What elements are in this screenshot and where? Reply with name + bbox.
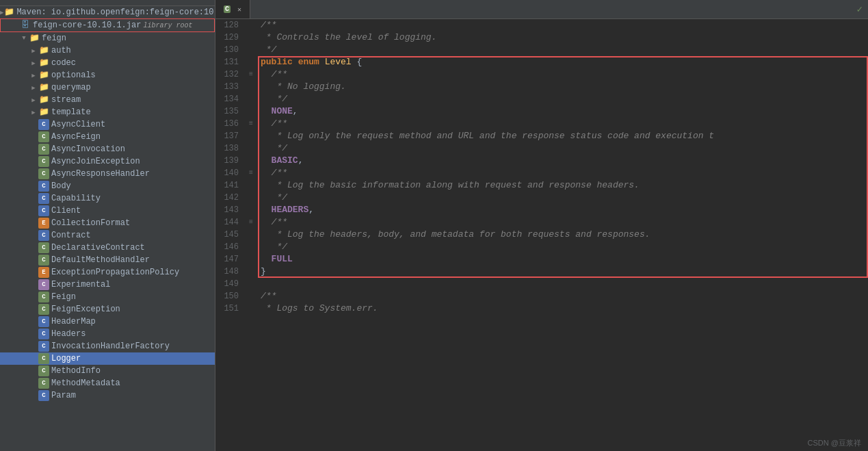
tree-item-icon: C [38,365,49,376]
sidebar-item-AsyncResponseHandler[interactable]: CAsyncResponseHandler [0,168,215,180]
line-content: /** [258,167,868,179]
sidebar-item-InvocationHandlerFactory[interactable]: CInvocationHandlerFactory [0,340,215,352]
sidebar-item-Client[interactable]: CClient [0,205,215,217]
tree-item-label: InvocationHandlerFactory [51,342,170,351]
sidebar-item-AsyncInvocation[interactable]: CAsyncInvocation [0,143,215,155]
tab-close-button[interactable]: ✕ [237,5,241,14]
line-gutter-icon [244,56,258,68]
sidebar-item-Logger[interactable]: CLogger [0,352,215,365]
line-gutter-icon: ≡ [244,118,258,130]
sidebar-item-ExceptionPropagationPolicy[interactable]: EExceptionPropagationPolicy [0,266,215,279]
sidebar-item-template[interactable]: ▶📁template [0,106,215,118]
sidebar-item-Param[interactable]: CParam [0,389,215,402]
sidebar-item-FeignException[interactable]: CFeignException [0,303,215,315]
tree-item-label: Contract [51,231,91,240]
tree-item-label: Maven: io.github.openfeign:feign-core:10… [16,8,215,17]
line-content: * Log the basic information along with r… [258,179,868,192]
line-number: 137 [215,130,244,142]
code-line: 141 * Log the basic information along wi… [215,179,868,192]
tree-item-icon: C [38,168,49,179]
line-number: 150 [215,290,244,302]
tree-item-label: Logger [51,354,81,363]
sidebar-item-AsyncFeign[interactable]: CAsyncFeign [0,131,215,143]
line-gutter-icon [244,290,258,302]
code-line: 134 */ [215,93,868,105]
sidebar-item-feign-jar[interactable]: 🗄feign-core-10.10.1.jarlibrary root [0,18,215,32]
sidebar-item-querymap[interactable]: ▶📁querymap [0,81,215,94]
tree-item-label: Experimental [51,280,110,289]
line-gutter-icon [244,19,258,31]
tree-arrow-icon: ▶ [29,47,38,55]
code-line: 139 BASIC, [215,155,868,167]
sidebar-item-AsyncClient[interactable]: CAsyncClient [0,118,215,131]
tree-item-icon: C [38,304,49,315]
tree-item-icon: C [38,390,49,401]
sidebar-item-MethodInfo[interactable]: CMethodInfo [0,365,215,377]
sidebar-item-MethodMetadata[interactable]: CMethodMetadata [0,377,215,389]
tree-arrow-icon: ▶ [29,60,38,67]
tree-item-label: feign [42,34,66,43]
sidebar-item-Headers[interactable]: CHeaders [0,328,215,340]
tree-item-icon: C [38,353,49,364]
line-gutter-icon [244,204,258,216]
line-content: public enum Level { [258,56,868,68]
tree-item-label: CollectionFormat [51,218,130,228]
tree-item-icon: C [38,242,49,253]
sidebar-item-Capability[interactable]: CCapability [0,192,215,205]
line-number: 129 [215,31,244,44]
line-content: * No logging. [258,81,868,93]
code-line: 147 FULL [215,253,868,266]
sidebar-item-HeaderMap[interactable]: CHeaderMap [0,315,215,328]
sidebar-item-CollectionFormat[interactable]: ECollectionFormat [0,217,215,229]
code-line: 145 * Log the headers, body, and metadat… [215,229,868,241]
line-number: 140 [215,167,244,179]
line-content: */ [258,44,868,56]
tree-item-label: Param [51,391,76,400]
tree-arrow-icon: ▶ [29,72,38,79]
line-content: */ [258,142,868,155]
line-content: NONE, [258,105,868,118]
code-line: 133 * No logging. [215,81,868,93]
tree-item-icon: C [38,193,49,204]
tree-item-icon: C [38,230,49,241]
line-gutter-icon [244,278,258,290]
code-line: 132≡ /** [215,68,868,81]
sidebar-item-DeclarativeContract[interactable]: CDeclarativeContract [0,242,215,254]
sidebar-item-Experimental[interactable]: CExperimental [0,279,215,291]
tree-item-label: MethodInfo [51,366,101,376]
line-number: 142 [215,192,244,204]
tree-item-label: AsyncClient [51,120,105,129]
sidebar-item-optionals[interactable]: ▶📁optionals [0,69,215,81]
line-number: 145 [215,229,244,241]
tree-item-icon: 📁 [38,82,49,93]
sidebar-item-maven[interactable]: ▶📁Maven: io.github.openfeign:feign-core:… [0,6,215,18]
tree-item-icon: 📁 [38,45,49,56]
tree-item-label: AsyncInvocation [51,144,125,154]
code-line: 130 */ [215,44,868,56]
tree-item-label: DefaultMethodHandler [51,255,150,265]
tree-item-icon: C [38,119,49,130]
sidebar-item-AsyncJoinException[interactable]: CAsyncJoinException [0,155,215,168]
tree-arrow-icon: ▶ [29,109,38,116]
sidebar: ▶📁Maven: io.github.openfeign:feign-core:… [0,0,215,451]
sidebar-item-feign[interactable]: ▼📁feign [0,32,215,44]
line-number: 139 [215,155,244,167]
sidebar-item-Contract[interactable]: CContract [0,229,215,242]
sidebar-item-Feign[interactable]: CFeign [0,291,215,303]
sidebar-item-stream[interactable]: ▶📁stream [0,94,215,106]
line-content: /** [258,68,868,81]
tree-item-label: DeclarativeContract [51,243,145,253]
code-area[interactable]: 128/**129 * Controls the level of loggin… [215,19,868,451]
line-number: 134 [215,93,244,105]
tree-item-label: codec [51,58,76,68]
sidebar-item-codec[interactable]: ▶📁codec [0,57,215,69]
editor-tab-logger[interactable]: C ✕ [215,0,250,18]
line-gutter-icon [244,155,258,167]
tree-item-label: HeaderMap [51,317,96,326]
line-number: 143 [215,204,244,216]
line-gutter-icon [244,130,258,142]
sidebar-item-DefaultMethodHandler[interactable]: CDefaultMethodHandler [0,254,215,266]
code-line: 143 HEADERS, [215,204,868,216]
sidebar-item-Body[interactable]: CBody [0,180,215,192]
sidebar-item-auth[interactable]: ▶📁auth [0,44,215,57]
